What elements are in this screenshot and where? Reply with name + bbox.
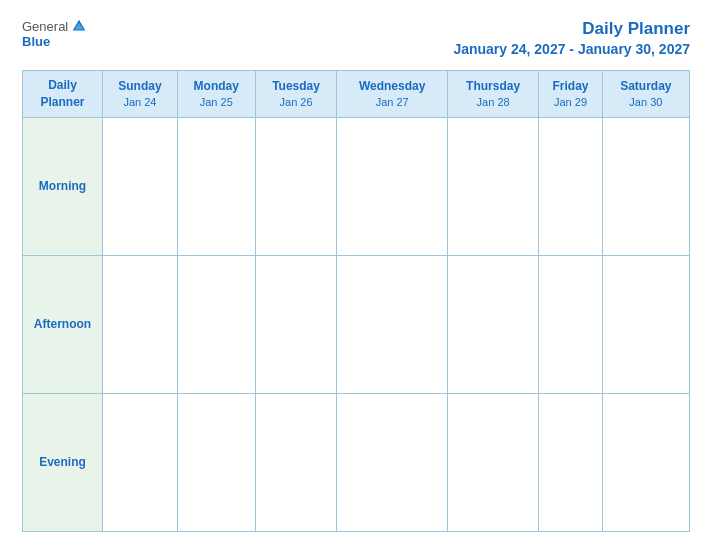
evening-monday[interactable] [177,393,255,531]
morning-wednesday[interactable] [337,117,448,255]
col-header-thursday: Thursday Jan 28 [447,71,538,118]
col-header-monday: Monday Jan 25 [177,71,255,118]
evening-thursday[interactable] [447,393,538,531]
header: General Blue Daily Planner January 24, 2… [22,18,690,58]
evening-row: Evening [23,393,690,531]
planner-title: Daily Planner [582,19,690,38]
afternoon-sunday[interactable] [103,255,178,393]
evening-sunday[interactable] [103,393,178,531]
afternoon-saturday[interactable] [602,255,689,393]
calendar-table: Daily Planner Sunday Jan 24 Monday Jan 2… [22,70,690,532]
afternoon-thursday[interactable] [447,255,538,393]
col-header-saturday: Saturday Jan 30 [602,71,689,118]
afternoon-monday[interactable] [177,255,255,393]
evening-label: Evening [23,393,103,531]
logo-general-text: General [22,19,68,34]
morning-label: Morning [23,117,103,255]
morning-tuesday[interactable] [255,117,337,255]
afternoon-row: Afternoon [23,255,690,393]
morning-row: Morning [23,117,690,255]
afternoon-tuesday[interactable] [255,255,337,393]
header-row: Daily Planner Sunday Jan 24 Monday Jan 2… [23,71,690,118]
morning-saturday[interactable] [602,117,689,255]
col-header-sunday: Sunday Jan 24 [103,71,178,118]
morning-sunday[interactable] [103,117,178,255]
logo-text: General [22,18,87,34]
col-header-tuesday: Tuesday Jan 26 [255,71,337,118]
afternoon-wednesday[interactable] [337,255,448,393]
afternoon-label: Afternoon [23,255,103,393]
evening-saturday[interactable] [602,393,689,531]
logo-blue-text: Blue [22,34,50,49]
morning-friday[interactable] [539,117,602,255]
morning-thursday[interactable] [447,117,538,255]
date-range: January 24, 2027 - January 30, 2027 [453,41,690,57]
page: General Blue Daily Planner January 24, 2… [0,0,712,550]
logo-icon [71,18,87,34]
evening-wednesday[interactable] [337,393,448,531]
col-header-friday: Friday Jan 29 [539,71,602,118]
evening-friday[interactable] [539,393,602,531]
col-header-wednesday: Wednesday Jan 27 [337,71,448,118]
logo-area: General Blue [22,18,87,49]
afternoon-friday[interactable] [539,255,602,393]
title-area: Daily Planner January 24, 2027 - January… [453,18,690,58]
first-col-header: Daily Planner [23,71,103,118]
morning-monday[interactable] [177,117,255,255]
evening-tuesday[interactable] [255,393,337,531]
